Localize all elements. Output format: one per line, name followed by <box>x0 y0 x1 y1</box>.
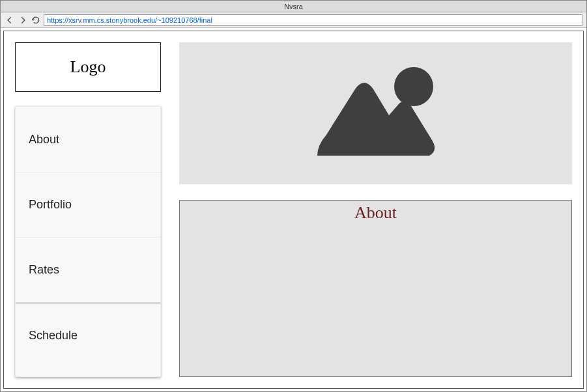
nav-item-label: Portfolio <box>29 198 72 212</box>
logo-box[interactable]: Logo <box>15 42 161 92</box>
window-title-bar: Nvsra <box>1 1 586 12</box>
nav-item-schedule[interactable]: Schedule <box>16 302 160 367</box>
svg-point-0 <box>394 67 433 106</box>
window-title: Nvsra <box>284 3 303 10</box>
page: Logo About Portfolio Rates Schedule <box>3 31 584 389</box>
hero-image-placeholder <box>179 42 572 184</box>
nav-item-label: Rates <box>29 263 59 277</box>
about-panel: About <box>179 200 572 377</box>
address-bar[interactable] <box>44 14 582 26</box>
nav-item-about[interactable]: About <box>16 107 160 172</box>
forward-button[interactable] <box>18 15 28 25</box>
browser-window: Nvsra Logo About Port <box>0 0 587 392</box>
reload-button[interactable] <box>31 15 41 25</box>
nav-item-portfolio[interactable]: Portfolio <box>16 172 160 237</box>
logo-text: Logo <box>70 57 106 77</box>
forward-arrow-icon <box>18 16 27 25</box>
nav-list: About Portfolio Rates Schedule <box>15 106 161 377</box>
toolbar <box>1 12 586 28</box>
nav-item-label: About <box>29 133 59 147</box>
reload-icon <box>31 16 40 25</box>
nav-item-label: Schedule <box>29 329 78 343</box>
image-placeholder-icon <box>304 58 448 169</box>
left-column: Logo About Portfolio Rates Schedule <box>15 42 161 377</box>
back-arrow-icon <box>5 16 14 25</box>
viewport: Logo About Portfolio Rates Schedule <box>1 28 586 391</box>
nav-item-rates[interactable]: Rates <box>16 237 160 302</box>
right-column: About <box>179 42 572 377</box>
back-button[interactable] <box>5 15 15 25</box>
about-heading: About <box>354 203 397 223</box>
